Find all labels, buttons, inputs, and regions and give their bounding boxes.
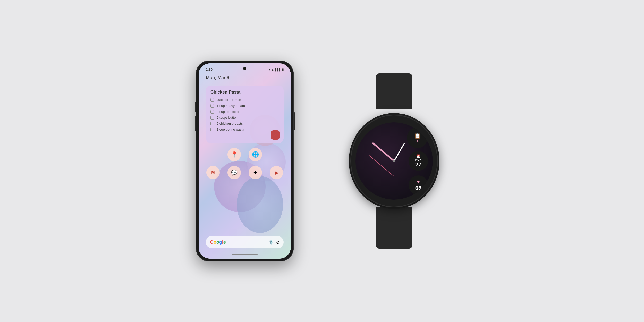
wifi-icon: ▼▲ [268,68,274,71]
power-button[interactable] [294,112,295,130]
phone-screen: 2:30 ▼▲ ▌▌▌ ▮ Mon, Mar 6 Chicken Pasta J… [199,63,291,259]
smartwatch-device: 📋 + 📅 MON 27 ♥ 68 [340,73,448,249]
open-icon: ↗ [274,133,277,137]
status-bar: 2:30 ▼▲ ▌▌▌ ▮ [199,63,291,72]
google-logo: Google [210,240,226,245]
gmail-icon: M [211,170,215,175]
calendar-day: MON [415,158,422,161]
app-row-1: 📍 🌐 [199,148,291,161]
recipe-item-3-label: 2 cups broccoli [217,110,239,114]
chrome-app-icon[interactable]: 🌐 [249,148,262,161]
google-search-bar[interactable]: Google 🎙️ ⊙ [206,236,284,248]
clock-center-dot [393,160,395,162]
watch-case: 📋 + 📅 MON 27 ♥ 68 [350,115,438,207]
home-indicator[interactable] [232,254,258,255]
recipe-item: 1 cup penne pasta [210,128,279,131]
open-recipe-button[interactable]: ↗ [271,130,280,140]
checkbox-3[interactable] [210,110,214,114]
recipe-item-4-label: 2 tbsps butter [217,116,237,120]
hour-hand [394,143,405,161]
clock-time: 2:30 [206,67,213,71]
maps-app-icon[interactable]: 📍 [227,148,241,161]
heart-rate-value: 68 [415,185,421,191]
heart-rate-complication[interactable]: ♥ 68 [409,175,428,195]
recipe-item: 1 cup heavy cream [210,104,279,108]
recipe-widget[interactable]: Chicken Pasta Juice of 1 lemon 1 cup hea… [206,86,284,143]
app-row-2: M 💬 ✦ ▶ [199,166,291,179]
checkbox-1[interactable] [210,98,214,102]
maps-icon: 📍 [231,151,238,158]
pinwheel-app-icon[interactable]: ✦ [249,166,262,179]
battery-icon: ▮ [282,68,284,71]
tasks-complication[interactable]: 📋 + [407,128,428,148]
recipe-item: 2 cups broccoli [210,110,279,114]
watch-face: 📋 + 📅 MON 27 ♥ 68 [355,122,433,200]
recipe-item-2-label: 1 cup heavy cream [217,104,245,108]
mic-icon[interactable]: 🎙️ [268,240,274,245]
volume-up-button[interactable] [195,102,196,112]
gmail-app-icon[interactable]: M [206,166,220,179]
youtube-app-icon[interactable]: ▶ [270,166,283,179]
messages-icon: 💬 [231,170,238,176]
checkbox-4[interactable] [210,116,214,120]
signal-icon: ▌▌▌ [275,68,281,71]
watch-band-top [376,73,412,109]
phone-device: 2:30 ▼▲ ▌▌▌ ▮ Mon, Mar 6 Chicken Pasta J… [196,61,294,261]
watch-band-bottom [376,207,412,249]
checkbox-5[interactable] [210,122,214,125]
chrome-icon: 🌐 [252,151,259,158]
checkbox-2[interactable] [210,104,214,108]
calendar-complication[interactable]: 📅 MON 27 [409,151,428,171]
phone-date: Mon, Mar 6 [199,72,291,83]
calendar-date: 27 [415,161,421,168]
recipe-item: 2 tbsps butter [210,116,279,120]
recipe-item-5-label: 2 chicken breasts [217,122,243,125]
lens-icon[interactable]: ⊙ [276,240,279,245]
youtube-icon: ▶ [275,170,278,176]
pinwheel-icon: ✦ [253,170,258,176]
minute-hand [372,142,395,162]
status-icons: ▼▲ ▌▌▌ ▮ [268,68,284,71]
recipe-title: Chicken Pasta [210,90,279,95]
heart-icon: ♥ [417,179,420,185]
recipe-item-6-label: 1 cup penne pasta [217,128,244,131]
recipe-item-1-label: Juice of 1 lemon [217,98,241,102]
volume-down-button[interactable] [195,116,196,131]
tasks-icon: 📋 [414,133,421,139]
tasks-add-icon: + [416,139,418,143]
calendar-icon: 📅 [416,154,421,158]
recipe-item: 2 chicken breasts [210,122,279,125]
checkbox-6[interactable] [210,128,214,131]
messages-app-icon[interactable]: 💬 [227,166,241,179]
recipe-item: Juice of 1 lemon [210,98,279,102]
